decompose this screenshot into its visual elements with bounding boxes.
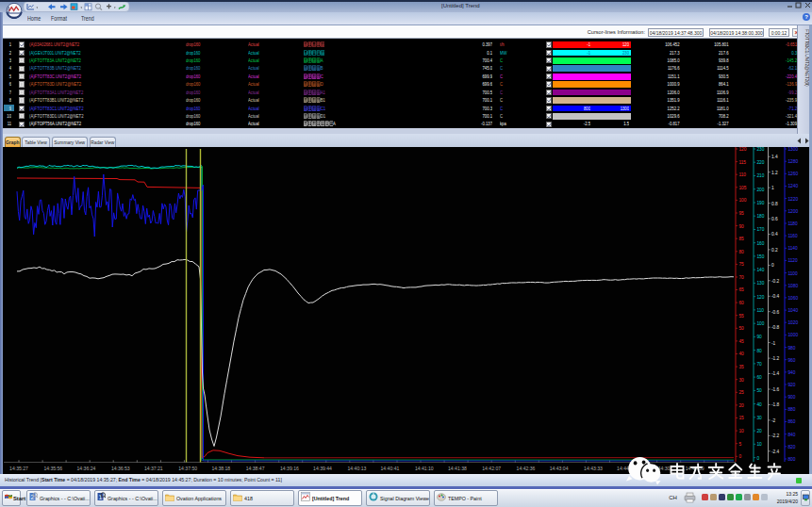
svg-text:35: 35 (738, 365, 744, 369)
svg-text:1000: 1000 (787, 333, 798, 337)
svg-text:20: 20 (738, 403, 744, 408)
svg-text:50: 50 (738, 326, 744, 331)
svg-text:1240: 1240 (787, 184, 798, 188)
svg-text:105: 105 (738, 186, 746, 190)
svg-text:-0.2: -0.2 (771, 279, 780, 284)
svg-text:1200: 1200 (787, 209, 798, 214)
svg-text:65: 65 (738, 287, 744, 292)
svg-text:120: 120 (756, 295, 764, 300)
svg-text:1020: 1020 (787, 320, 798, 325)
svg-text:60: 60 (756, 375, 762, 380)
svg-text:-1.6: -1.6 (771, 387, 780, 392)
svg-text:14:36:24: 14:36:24 (76, 466, 95, 471)
svg-text:140: 140 (756, 268, 764, 272)
svg-text:14:42:07: 14:42:07 (482, 466, 501, 471)
svg-text:-0.4: -0.4 (771, 294, 780, 299)
svg-text:90: 90 (738, 224, 744, 229)
svg-text:160: 160 (756, 241, 764, 246)
svg-text:85: 85 (738, 237, 744, 241)
svg-text:0.2: 0.2 (771, 248, 778, 253)
svg-text:14:35:27: 14:35:27 (9, 466, 28, 471)
svg-text:115: 115 (738, 160, 746, 165)
svg-text:50: 50 (756, 388, 762, 393)
svg-text:30: 30 (738, 378, 744, 383)
svg-text:14:40:41: 14:40:41 (380, 466, 399, 471)
svg-text:14:37:50: 14:37:50 (178, 466, 197, 471)
svg-text:-1.8: -1.8 (771, 402, 780, 407)
svg-text:1300: 1300 (787, 147, 798, 152)
svg-text:60: 60 (738, 301, 744, 305)
svg-text:880: 880 (787, 407, 795, 412)
svg-text:14:43:04: 14:43:04 (550, 466, 569, 471)
svg-text:1260: 1260 (787, 172, 798, 176)
svg-text:180: 180 (756, 214, 764, 219)
svg-text:14:41:10: 14:41:10 (415, 466, 434, 471)
svg-text:-0.8: -0.8 (771, 325, 780, 330)
svg-text:940: 940 (787, 370, 795, 375)
svg-text:-1.4: -1.4 (771, 371, 780, 376)
svg-text:14:39:16: 14:39:16 (280, 466, 299, 471)
svg-text:1220: 1220 (787, 197, 798, 202)
svg-text:-1.2: -1.2 (771, 356, 780, 361)
svg-text:1180: 1180 (787, 221, 798, 226)
svg-text:1080: 1080 (787, 284, 798, 288)
svg-text:1.4: 1.4 (771, 155, 778, 159)
svg-text:0.4: 0.4 (771, 232, 778, 237)
svg-text:90: 90 (756, 335, 762, 339)
svg-text:1040: 1040 (787, 308, 798, 313)
svg-text:150: 150 (756, 254, 764, 259)
svg-text:110: 110 (756, 308, 764, 313)
svg-text:14:40:13: 14:40:13 (347, 466, 366, 471)
svg-text:1280: 1280 (787, 159, 798, 164)
svg-text:14:39:44: 14:39:44 (313, 466, 332, 471)
svg-text:120: 120 (738, 147, 746, 152)
svg-text:230: 230 (756, 147, 764, 152)
svg-text:80: 80 (738, 250, 744, 254)
svg-text:70: 70 (738, 275, 744, 280)
svg-text:14:35:56: 14:35:56 (43, 466, 62, 471)
svg-text:210: 210 (756, 173, 764, 178)
svg-text:45: 45 (738, 339, 744, 344)
svg-text:14:36:53: 14:36:53 (111, 466, 130, 471)
svg-text:14:38:47: 14:38:47 (246, 466, 265, 471)
svg-text:14:37:21: 14:37:21 (144, 466, 163, 471)
svg-text:25: 25 (738, 390, 744, 395)
svg-text:1140: 1140 (787, 246, 798, 251)
svg-text:40: 40 (756, 402, 762, 407)
svg-text:1120: 1120 (787, 258, 798, 263)
svg-text:900: 900 (787, 395, 795, 400)
svg-text:100: 100 (756, 321, 764, 326)
svg-text:110: 110 (738, 172, 746, 177)
svg-text:0.8: 0.8 (771, 202, 778, 206)
svg-text:14:38:18: 14:38:18 (211, 466, 230, 471)
svg-text:1060: 1060 (787, 296, 798, 301)
svg-text:960: 960 (787, 358, 795, 363)
svg-text:100: 100 (738, 198, 746, 203)
svg-text:0: 0 (771, 263, 774, 268)
svg-text:1.2: 1.2 (771, 171, 778, 175)
svg-text:170: 170 (756, 227, 764, 232)
svg-text:70: 70 (756, 362, 762, 367)
svg-text:980: 980 (787, 346, 795, 351)
svg-text:1100: 1100 (787, 271, 798, 276)
svg-text:-1: -1 (771, 341, 776, 346)
svg-text:200: 200 (756, 188, 764, 192)
svg-text:130: 130 (756, 281, 764, 286)
svg-text:1: 1 (771, 186, 774, 190)
svg-text:14:42:36: 14:42:36 (517, 466, 536, 471)
svg-text:95: 95 (738, 211, 744, 216)
svg-text:55: 55 (738, 314, 744, 319)
svg-text:190: 190 (756, 201, 764, 205)
svg-text:-0.6: -0.6 (771, 310, 780, 315)
svg-text:80: 80 (756, 349, 762, 353)
svg-text:75: 75 (738, 262, 744, 267)
svg-text:1160: 1160 (787, 234, 798, 238)
svg-text:40: 40 (738, 352, 744, 356)
svg-text:0.6: 0.6 (771, 217, 778, 221)
svg-text:14:41:38: 14:41:38 (448, 466, 467, 471)
svg-text:220: 220 (756, 160, 764, 165)
svg-text:920: 920 (787, 383, 795, 387)
